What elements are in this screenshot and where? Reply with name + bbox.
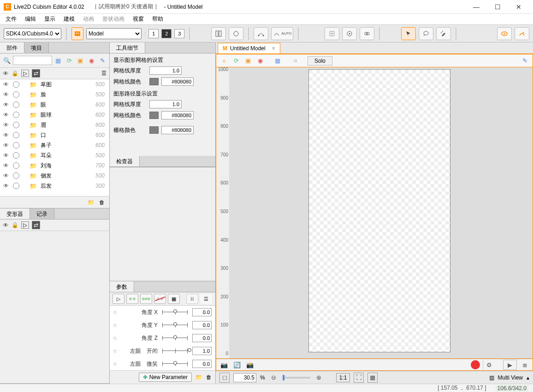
pathcolor-input[interactable] xyxy=(161,111,194,119)
param-value-input[interactable] xyxy=(192,347,212,355)
tool-path-auto[interactable]: AUTO xyxy=(271,27,293,40)
select-circle[interactable] xyxy=(13,172,19,179)
play-icon[interactable]: ▶ xyxy=(503,360,517,370)
visibility-icon[interactable]: 👁 xyxy=(3,142,9,148)
tool-arrow[interactable] xyxy=(401,27,416,40)
fit-icon[interactable]: ◻ xyxy=(219,373,230,383)
tool-view-2[interactable] xyxy=(515,27,529,40)
pin-icon[interactable]: ⎋ xyxy=(113,361,119,367)
camera-plus-icon[interactable]: 📸 xyxy=(245,360,255,370)
select-circle[interactable] xyxy=(13,152,19,159)
select-circle[interactable] xyxy=(13,101,19,108)
tree-item[interactable]: 👁📁口600 xyxy=(0,130,109,140)
visibility-icon[interactable]: 👁 xyxy=(3,152,9,159)
new-param-button[interactable]: ✚ New Parameter xyxy=(139,373,192,382)
cv-grid-icon[interactable]: ▦ xyxy=(272,56,283,66)
camera-icon[interactable]: 📷 xyxy=(219,360,229,370)
cv-snap-icon[interactable]: ⌗ xyxy=(290,56,300,66)
playlist-icon[interactable]: ≣ xyxy=(520,360,530,370)
param-value-input[interactable] xyxy=(192,360,212,368)
menu-edit[interactable]: 编辑 xyxy=(22,14,39,24)
tool-mesh-auto[interactable] xyxy=(229,27,243,40)
param-value-input[interactable] xyxy=(192,308,212,316)
thickness-input[interactable] xyxy=(149,66,182,75)
menu-file[interactable]: 文件 xyxy=(3,14,19,24)
select-circle[interactable] xyxy=(13,132,19,138)
visibility-icon[interactable]: 👁 xyxy=(3,112,9,118)
pin-icon[interactable]: ⎋ xyxy=(113,322,119,328)
menu-icon[interactable]: ☰ xyxy=(101,70,107,77)
gridcolor-input[interactable] xyxy=(161,126,194,134)
param-grid-icon[interactable]: ▦ xyxy=(168,294,180,304)
cv-mesh-icon[interactable]: ▣ xyxy=(243,56,253,66)
tool-path-edit[interactable] xyxy=(254,27,268,40)
param-slider[interactable] xyxy=(160,311,190,314)
pin-icon[interactable]: ⎋ xyxy=(113,348,119,354)
tool-rot-deform[interactable] xyxy=(342,27,357,40)
visibility-icon[interactable]: 👁 xyxy=(3,101,9,108)
mode-select[interactable]: Model xyxy=(86,28,142,39)
visibility-icon[interactable]: 👁 xyxy=(3,122,9,128)
param-cycle-icon[interactable]: ▷ xyxy=(113,294,124,304)
tab-inspector[interactable]: 检查器 xyxy=(110,156,140,166)
menu-window[interactable]: 视窗 xyxy=(130,14,147,24)
solo-button[interactable]: Solo xyxy=(308,56,332,65)
cv-key-icon[interactable]: ✎ xyxy=(520,56,530,66)
param-slider[interactable] xyxy=(160,324,190,327)
tab-deformer[interactable]: 变形器 xyxy=(0,208,30,219)
tree-item[interactable]: 👁📁耳朵500 xyxy=(0,150,109,160)
close-button[interactable]: ✕ xyxy=(508,0,529,14)
artboard[interactable] xyxy=(308,69,450,352)
def-lock-icon[interactable]: 🔒 xyxy=(12,222,18,228)
select-circle[interactable] xyxy=(13,122,19,128)
pathcolor-swatch[interactable] xyxy=(149,112,159,119)
visibility-header-icon[interactable]: 👁 xyxy=(3,70,9,77)
tree-item[interactable]: 👁📁眼球600 xyxy=(0,110,109,120)
tab-tooldetail[interactable]: 工具细节 xyxy=(110,42,145,53)
filter-glue-icon[interactable]: ◉ xyxy=(86,55,96,65)
param-slider[interactable] xyxy=(160,337,190,339)
minimize-button[interactable]: — xyxy=(466,0,487,14)
zoom-input[interactable] xyxy=(233,373,256,382)
param-delete-icon[interactable]: 🗑 xyxy=(206,374,212,380)
search-icon[interactable]: 🔍 xyxy=(2,55,12,65)
delete-icon[interactable]: 🗑 xyxy=(99,199,105,206)
tree-item[interactable]: 👁📁脸500 xyxy=(0,89,109,100)
multiview-button[interactable]: Multi View xyxy=(498,374,523,381)
deformer-tree[interactable] xyxy=(0,231,109,383)
param-slider[interactable] xyxy=(160,350,190,352)
canvas-tab[interactable]: M Untitled Model × xyxy=(218,43,280,53)
param-slider[interactable] xyxy=(160,362,190,365)
visibility-icon[interactable]: 👁 xyxy=(3,162,9,169)
gridcolor-swatch[interactable] xyxy=(149,126,159,134)
tab-close-icon[interactable]: × xyxy=(272,45,275,52)
menu-display[interactable]: 显示 xyxy=(41,14,58,24)
tab-project[interactable]: 项目 xyxy=(24,42,49,53)
tree-item[interactable]: 👁📁眼600 xyxy=(0,100,109,110)
search-input[interactable] xyxy=(13,56,52,65)
def-expand-icon[interactable]: ▷ xyxy=(21,221,29,229)
tab-log[interactable]: 记录 xyxy=(30,208,54,219)
tool-lasso[interactable] xyxy=(419,27,433,40)
expand-header-icon[interactable]: ▷ xyxy=(21,70,29,77)
def-visibility-icon[interactable]: 👁 xyxy=(3,222,9,229)
visibility-icon[interactable]: 👁 xyxy=(3,81,9,88)
level-1[interactable]: 1 xyxy=(148,29,159,38)
param-value-input[interactable] xyxy=(192,334,212,342)
tool-glue[interactable] xyxy=(360,27,374,40)
visibility-icon[interactable]: 👁 xyxy=(3,91,9,98)
multiview-dropdown-icon[interactable]: ▴ xyxy=(527,374,529,381)
zoom-in-icon[interactable]: ⊕ xyxy=(314,373,324,383)
filter-warp-icon[interactable]: ▦ xyxy=(53,55,63,65)
param-value-input[interactable] xyxy=(192,321,212,329)
tree-item[interactable]: 👁📁后发300 xyxy=(0,181,109,191)
mode-icon[interactable] xyxy=(71,27,83,40)
param-add3-icon[interactable] xyxy=(140,294,152,304)
lock-header-icon[interactable]: 🔒 xyxy=(12,70,18,77)
menu-help[interactable]: 帮助 xyxy=(149,14,166,24)
menu-shapeanim[interactable]: 形状动画 xyxy=(100,14,127,24)
select-circle[interactable] xyxy=(13,112,19,118)
select-circle[interactable] xyxy=(13,91,19,98)
tree-item[interactable]: 👁📁刘海700 xyxy=(0,160,109,171)
param-add2-icon[interactable] xyxy=(126,294,138,304)
